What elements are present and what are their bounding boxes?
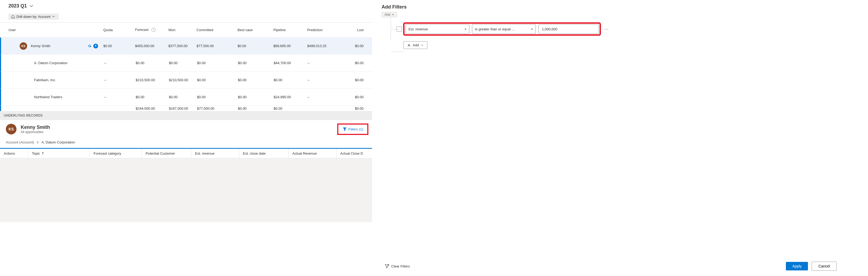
subcol-actual-close-date[interactable]: Actual Close D <box>337 149 371 158</box>
cell-pipeline: $69,695.00 <box>274 44 307 48</box>
subcol-forecast-category[interactable]: Forecast category <box>90 149 142 158</box>
subgrid-header: Actions Topic Forecast category Potentia… <box>0 149 372 158</box>
subcol-potential-customer[interactable]: Potential Customer <box>142 149 191 158</box>
col-forecast[interactable]: Forecast i <box>135 28 168 32</box>
clear-filters-button[interactable]: Clear Filters <box>385 264 410 268</box>
subgrid-empty-area <box>0 158 372 222</box>
col-user[interactable]: User <box>8 28 103 32</box>
grid-header-row: User Quota Forecast i Won Committed Best… <box>0 23 372 37</box>
cell-won: $377,500.00 <box>168 44 197 48</box>
cell-forecast: $210,500.00 <box>136 78 169 82</box>
filter-field-select[interactable]: Est. revenue ▾ <box>406 24 469 34</box>
info-icon[interactable]: i <box>152 28 156 32</box>
chevron-down-icon <box>52 16 56 18</box>
subcol-topic[interactable]: Topic <box>28 149 90 158</box>
breadcrumb-root[interactable]: Account (Account) <box>6 140 34 144</box>
underlying-user-name: Kenny Smith <box>21 125 50 130</box>
col-pipeline[interactable]: Pipeline <box>274 28 307 32</box>
filters-button[interactable]: Filters (1) <box>339 126 366 133</box>
cell-forecast: $244,500.00 <box>136 107 169 110</box>
logic-operator-pill[interactable]: And <box>382 12 397 17</box>
cell-quota: -- <box>104 95 135 99</box>
grid-row-adatum[interactable]: A. Datum Corporation -- $0.00 $0.00 $0.0… <box>0 55 372 72</box>
cell-lost: $0.00 <box>346 95 364 99</box>
col-quota[interactable]: Quota <box>103 28 135 32</box>
filter-value-field[interactable] <box>541 27 596 31</box>
cell-forecast: $0.00 <box>136 61 169 65</box>
subcol-est-close-date[interactable]: Est. close date <box>239 149 289 158</box>
chevron-right-icon <box>37 141 39 144</box>
forecast-grid: User Quota Forecast i Won Committed Best… <box>0 22 372 111</box>
cell-lost: $0.00 <box>346 78 364 82</box>
cancel-button[interactable]: Cancel <box>812 261 837 271</box>
filter-row-checkbox[interactable] <box>397 26 402 32</box>
cell-won: $167,000.00 <box>169 107 197 110</box>
cell-bestcase: $0.00 <box>238 61 274 65</box>
underlying-subtitle: All opportunities <box>21 130 50 134</box>
chevron-down-icon: ▾ <box>531 27 533 31</box>
chevron-down-icon: ▾ <box>465 27 466 31</box>
chevron-down-icon <box>421 45 423 46</box>
more-icon[interactable]: ⋯ <box>602 26 611 32</box>
period-label: 2023 Q1 <box>8 3 27 9</box>
up-arrow-icon[interactable] <box>93 44 98 49</box>
user-name: Kenny Smith <box>31 44 51 48</box>
period-selector[interactable]: 2023 Q1 <box>0 0 372 13</box>
grid-row-partial[interactable]: $244,500.00 $167,000.00 $77,500.00 $0.00… <box>0 106 372 111</box>
cell-pipeline: $44,700.00 <box>274 61 308 65</box>
cell-pipeline: $0.00 <box>274 78 308 82</box>
cell-bestcase: $0.00 <box>238 78 274 82</box>
filter-operator-select[interactable]: Is greater than or equal ... ▾ <box>472 24 536 34</box>
cell-committed: $77,500.00 <box>197 107 238 110</box>
cell-committed: $0.00 <box>197 61 238 65</box>
filter-condition-group: Est. revenue ▾ Is greater than or equal … <box>404 24 599 34</box>
plus-icon <box>407 44 411 47</box>
cell-bestcase: $0.00 <box>238 44 274 48</box>
col-prediction[interactable]: Prediction <box>307 28 346 32</box>
apply-button[interactable]: Apply <box>786 262 808 270</box>
cell-pipeline: $0.00 <box>274 107 308 110</box>
cell-bestcase: $0.00 <box>238 95 274 99</box>
grid-row-kenny-smith[interactable]: KS Kenny Smith $0.00 $455,000.00 $377,50… <box>0 37 372 55</box>
cell-committed: $0.00 <box>197 95 238 99</box>
cell-bestcase: $0.00 <box>238 107 274 110</box>
underlying-records-header: UNDERLYING RECORDS <box>0 111 372 120</box>
clear-filter-icon <box>385 264 389 268</box>
col-committed[interactable]: Committed <box>197 28 238 32</box>
grid-row-northwind[interactable]: Northwind Traders -- $0.00 $0.00 $0.00 $… <box>0 89 372 106</box>
cell-won: $0.00 <box>169 95 197 99</box>
cell-lost: $0.00 <box>346 44 364 48</box>
col-lost[interactable]: Lost <box>346 28 364 32</box>
subcol-actual-revenue[interactable]: Actual Revenue <box>289 149 337 158</box>
col-won[interactable]: Won <box>168 28 197 32</box>
cell-pipeline: $24,995.00 <box>274 95 308 99</box>
cell-committed: $0.00 <box>197 78 238 82</box>
breadcrumb-leaf[interactable]: A. Datum Corporation <box>41 140 75 144</box>
col-bestcase[interactable]: Best case <box>238 28 274 32</box>
user-name: Fabrikam, Inc. <box>34 78 56 82</box>
cell-quota: -- <box>104 61 135 65</box>
subcol-actions[interactable]: Actions <box>0 149 28 158</box>
cell-won: $210,500.00 <box>169 78 197 82</box>
breadcrumb: Account (Account) A. Datum Corporation <box>0 138 372 148</box>
filters-label: Filters (1) <box>348 127 363 131</box>
drilldown-pill[interactable]: Drill down by: Account <box>8 13 59 20</box>
cell-committed: $77,500.00 <box>197 44 238 48</box>
cell-quota: -- <box>104 78 135 82</box>
avatar: KS <box>6 124 17 134</box>
avatar: KS <box>20 42 27 50</box>
user-name: A. Datum Corporation <box>34 61 67 65</box>
share-icon[interactable] <box>87 44 91 48</box>
filter-value-input[interactable] <box>538 24 598 34</box>
subcol-est-revenue[interactable]: Est. revenue <box>191 149 239 158</box>
grid-row-fabrikam[interactable]: Fabrikam, Inc. -- $210,500.00 $210,500.0… <box>0 72 372 89</box>
cell-prediction: -- <box>308 78 346 82</box>
add-filter-button[interactable]: Add <box>403 41 427 49</box>
cell-prediction: -- <box>308 61 346 65</box>
chevron-down-icon <box>30 5 33 7</box>
drilldown-label: Drill down by: Account <box>17 15 51 19</box>
cell-won: $0.00 <box>169 61 197 65</box>
sort-asc-icon <box>41 152 44 155</box>
add-filters-title: Add Filters <box>379 0 845 12</box>
filter-icon <box>343 127 347 131</box>
